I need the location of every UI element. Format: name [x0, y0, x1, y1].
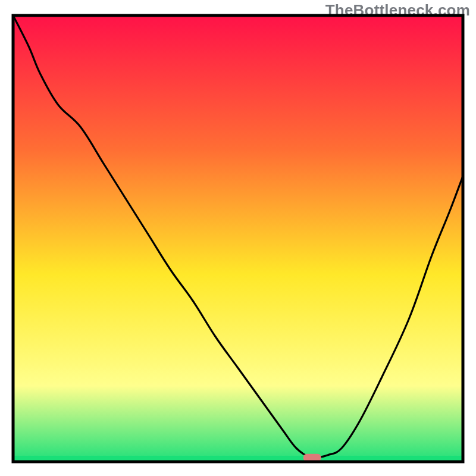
bottleneck-chart: [0, 0, 476, 476]
chart-stage: TheBottleneck.com: [0, 0, 476, 476]
chart-background-gradient: [13, 15, 463, 462]
